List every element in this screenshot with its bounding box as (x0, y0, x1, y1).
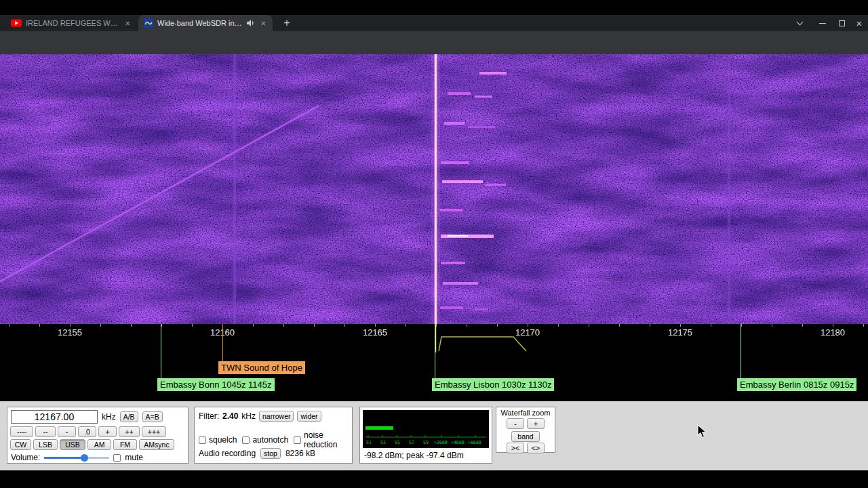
a-equals-b-button[interactable]: A=B (142, 411, 163, 422)
window-maximize-button[interactable] (833, 15, 850, 31)
filter-bandwidth: 2.40 (222, 411, 238, 421)
volume-slider[interactable] (44, 453, 109, 462)
filter-label: Filter: (199, 411, 219, 421)
mode-am-button[interactable]: AM (87, 439, 111, 450)
browser-tab-youtube[interactable]: IRELAND REFUGEES What Is It R × (5, 15, 137, 31)
meter-mark: S3 (380, 440, 386, 445)
step-down-1-button[interactable]: - (58, 426, 76, 437)
mute-label: mute (125, 453, 143, 462)
waterfall-spectrogram (0, 54, 868, 324)
window-top-strip (0, 0, 868, 15)
waterfall-zoom-full-button[interactable]: <> (527, 443, 545, 453)
frequency-input[interactable] (11, 410, 98, 424)
ab-swap-button[interactable]: A/B (120, 411, 138, 422)
browser-tab-strip: IRELAND REFUGEES What Is It R × Wide-ban… (0, 15, 868, 31)
audio-recording-label: Audio recording (199, 449, 256, 458)
signal-bar (366, 426, 393, 430)
browser-tab-websdr[interactable]: Wide-band WebSDR in Ensch × (138, 15, 273, 31)
waterfall-zoom-box: Waterfall zoom - + band >< <> (496, 407, 555, 453)
smeter-box: S1 S3 S5 S7 S9 +20dB +40dB +60dB -98.2 d… (359, 407, 492, 464)
tab-close-icon[interactable]: × (123, 19, 132, 28)
step-down-3-button[interactable]: ---- (10, 426, 33, 437)
tuner-box: kHz A/B A=B ---- -- - .0 + ++ +++ CW LSB… (7, 407, 189, 464)
round-frequency-button[interactable]: .0 (78, 426, 96, 437)
meter-mark: +60dB (468, 440, 481, 445)
mode-usb-button[interactable]: USB (60, 439, 85, 450)
browser-toolbar: Not secure websdr.ewi.utwente.nl:8901 ☆ (0, 31, 868, 54)
station-label-bonn[interactable]: Embassy Bonn 1045z 1145z (157, 378, 275, 391)
control-panel: kHz A/B A=B ---- -- - .0 + ++ +++ CW LSB… (0, 401, 868, 470)
mode-cw-button[interactable]: CW (10, 439, 31, 450)
noise-reduction-checkbox[interactable] (294, 436, 301, 444)
new-tab-button[interactable]: + (278, 15, 296, 31)
frequency-scale[interactable]: 12155 12160 12165 12170 12175 12180 TWN … (0, 324, 868, 401)
volume-label: Volume: (11, 453, 40, 462)
frequency-unit: kHz (102, 412, 116, 422)
screen: IRELAND REFUGEES What Is It R × Wide-ban… (0, 0, 868, 488)
passband-indicator[interactable] (0, 324, 868, 358)
filter-box: Filter: 2.40 kHz narrower wider squelch … (194, 407, 353, 464)
station-label-berlin[interactable]: Embassy Berlin 0815z 0915z (737, 378, 856, 391)
noise-reduction-label: noise reduction (304, 430, 352, 449)
youtube-icon (11, 19, 22, 27)
mode-lsb-button[interactable]: LSB (33, 439, 58, 450)
station-marker-line (741, 324, 741, 378)
step-up-3-button[interactable]: +++ (142, 426, 166, 437)
volume-slider-thumb[interactable] (81, 454, 88, 462)
waterfall-zoom-title: Waterfall zoom (496, 409, 555, 417)
websdr-favicon-icon (144, 18, 153, 28)
station-marker-line (161, 324, 161, 378)
window-minimize-button[interactable] (814, 15, 831, 31)
meter-mark: S1 (366, 440, 372, 445)
recording-size: 8236 kB (285, 449, 315, 458)
waterfall-zoom-in-button[interactable]: + (527, 418, 545, 429)
filter-wider-button[interactable]: wider (297, 411, 321, 422)
signal-meter: S1 S3 S5 S7 S9 +20dB +40dB +60dB (363, 410, 489, 448)
step-up-2-button[interactable]: ++ (119, 426, 140, 437)
window-close-button[interactable]: × (850, 15, 868, 31)
tab-audio-speaker-icon[interactable] (246, 19, 255, 27)
autonotch-checkbox[interactable] (242, 436, 250, 444)
signal-reading: -98.2 dBm; peak -97.4 dBm (364, 451, 464, 460)
filter-unit: kHz (241, 411, 256, 421)
step-down-2-button[interactable]: -- (35, 426, 56, 437)
waterfall-band-button[interactable]: band (511, 431, 540, 442)
waterfall-display[interactable] (0, 54, 868, 324)
station-marker-line (435, 324, 435, 378)
meter-mark: +20dB (434, 440, 448, 445)
mode-fm-button[interactable]: FM (113, 439, 137, 450)
waterfall-zoom-out-button[interactable]: - (507, 418, 524, 429)
meter-mark: +40dB (451, 440, 465, 445)
step-up-1-button[interactable]: + (98, 426, 117, 437)
tab-title: Wide-band WebSDR in Ensch (157, 19, 242, 27)
mute-checkbox[interactable] (113, 454, 121, 462)
station-label-lisbon[interactable]: Embassy Lisbon 1030z 1130z (432, 378, 554, 391)
tab-search-chevron-icon[interactable] (791, 15, 808, 31)
recording-stop-button[interactable]: stop (260, 448, 281, 459)
mode-amsync-button[interactable]: AMsync (139, 439, 174, 450)
squelch-checkbox[interactable] (199, 436, 206, 444)
tab-close-icon[interactable]: × (259, 19, 267, 28)
station-label-twn[interactable]: TWN Sound of Hope (218, 361, 305, 374)
window-bottom-strip (0, 470, 868, 488)
meter-mark: S5 (395, 440, 400, 445)
squelch-label: squelch (209, 435, 237, 445)
mouse-cursor (697, 424, 708, 439)
station-marker-line (222, 324, 223, 361)
meter-mark: S9 (423, 440, 429, 445)
waterfall-zoom-to-passband-button[interactable]: >< (507, 443, 524, 453)
meter-mark: S7 (409, 440, 414, 445)
filter-narrower-button[interactable]: narrower (259, 411, 294, 422)
autonotch-label: autonotch (252, 435, 288, 445)
tab-title: IRELAND REFUGEES What Is It R (26, 19, 119, 27)
